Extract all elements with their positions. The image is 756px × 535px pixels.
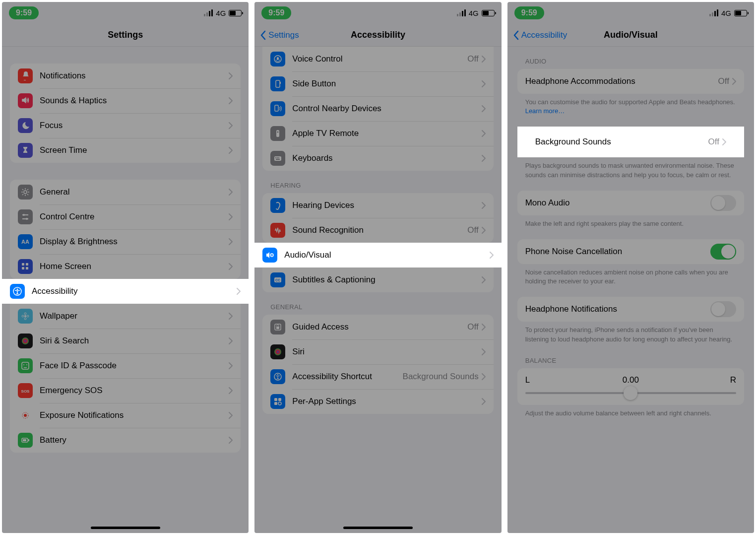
general-row[interactable]: General [10, 180, 241, 204]
wallpaper-row[interactable]: Wallpaper [10, 304, 241, 329]
row-value: Off [708, 137, 719, 147]
svg-rect-6 [22, 263, 24, 266]
balance-slider[interactable] [525, 392, 736, 394]
status-bar: 9:59 4G [507, 2, 754, 24]
chevron-right-icon [482, 348, 486, 355]
chevron-right-icon [722, 138, 726, 145]
svg-rect-32 [276, 130, 279, 137]
bg-sounds-footer: Plays background sounds to mask unwanted… [507, 157, 754, 181]
cc-icon: CC [270, 272, 285, 287]
exposure-icon [18, 408, 33, 423]
svg-point-40 [271, 255, 272, 256]
back-button[interactable]: Settings [259, 30, 299, 40]
chevron-right-icon [229, 362, 233, 369]
hearing-devices-row[interactable]: Hearing Devices [262, 193, 493, 218]
svg-point-45 [274, 348, 281, 355]
battery-icon [18, 433, 33, 448]
home-indicator[interactable] [91, 527, 160, 529]
audiovis-icon [262, 248, 277, 263]
battery-row[interactable]: Battery [10, 428, 241, 453]
headphone-notif-toggle[interactable] [710, 301, 736, 317]
accessibility-shortcut-row[interactable]: Accessibility ShortcutBackground Sounds [262, 364, 493, 389]
exposure-notifications-row[interactable]: Exposure Notifications [10, 403, 241, 428]
network-label: 4G [216, 9, 226, 17]
balance-value: 0.00 [623, 375, 639, 385]
svg-rect-34 [274, 156, 281, 161]
row-label: Emergency SOS [40, 386, 229, 396]
battery-icon [734, 10, 747, 16]
accessibility-row[interactable]: Accessibility [2, 279, 249, 304]
control-centre-row[interactable]: Control Centre [10, 204, 241, 229]
headphone-accommodations-row[interactable]: Headphone Accommodations Off [517, 69, 744, 94]
mono-footer: Make the left and right speakers play th… [507, 215, 754, 230]
home-screen-row[interactable]: Home Screen [10, 254, 241, 279]
per-app-settings-row[interactable]: Per-App Settings [262, 389, 493, 414]
chevron-right-icon [229, 147, 233, 154]
voice-control-row[interactable]: Voice ControlOff [262, 47, 493, 71]
page-title: Accessibility [351, 30, 405, 40]
speaker-icon [18, 93, 33, 108]
sound-recognition-row[interactable]: Sound RecognitionOff [262, 218, 493, 243]
svg-rect-36 [277, 157, 278, 158]
emergency-sos-row[interactable]: SOSEmergency SOS [10, 378, 241, 403]
keyboards-row[interactable]: Keyboards [262, 146, 493, 171]
svg-point-16 [27, 315, 29, 317]
control-nearby-devices-row[interactable]: Control Nearby Devices [262, 96, 493, 121]
background-sounds-row[interactable]: Background Sounds Off [517, 127, 744, 157]
hp-notif-footer: To protect your hearing, iPhone sends a … [507, 322, 754, 345]
display-brightness-row[interactable]: AADisplay & Brightness [10, 229, 241, 254]
guided-access-row[interactable]: Guided AccessOff [262, 315, 493, 339]
wave-icon [270, 223, 285, 238]
mono-audio-toggle[interactable] [710, 195, 736, 211]
siri-row[interactable]: Siri [262, 339, 493, 364]
chevron-right-icon [482, 324, 486, 331]
notifications-row[interactable]: Notifications [10, 64, 241, 88]
apple-tv-remote-row[interactable]: Apple TV Remote [262, 121, 493, 146]
chevron-right-icon [732, 78, 736, 85]
background-sounds-card: Background Sounds Off [517, 127, 744, 157]
slider-thumb[interactable] [624, 386, 637, 400]
row-label: Sounds & Haptics [40, 96, 229, 106]
screen-time-row[interactable]: Screen Time [10, 138, 241, 163]
chevron-right-icon [482, 276, 486, 283]
svg-rect-9 [26, 267, 28, 269]
learn-more-link[interactable]: Learn more… [525, 107, 565, 115]
row-label: Battery [40, 435, 229, 445]
grid-icon [18, 259, 33, 274]
row-label: Subtitles & Captioning [292, 275, 481, 285]
chevron-right-icon [229, 263, 233, 270]
home-indicator[interactable] [343, 527, 413, 529]
headphone-footer: You can customise the audio for supporte… [507, 94, 754, 118]
row-label: Wallpaper [40, 311, 229, 321]
svg-rect-8 [22, 267, 24, 269]
focus-row[interactable]: Focus [10, 113, 241, 138]
row-value: Off [467, 322, 478, 332]
mono-audio-row[interactable]: Mono Audio [517, 191, 744, 215]
side-button-row[interactable]: Side Button [262, 71, 493, 96]
noise-cancel-row[interactable]: Phone Noise Cancellation [517, 239, 744, 264]
row-label: Notifications [40, 71, 229, 81]
row-label: Home Screen [40, 262, 229, 271]
face-id-passcode-row[interactable]: Face ID & Passcode [10, 353, 241, 378]
sounds-haptics-row[interactable]: Sounds & Haptics [10, 88, 241, 113]
svg-point-4 [26, 218, 28, 220]
siri-search-row[interactable]: Siri & Search [10, 329, 241, 353]
svg-rect-37 [278, 157, 279, 158]
battery-icon [229, 10, 242, 16]
back-button[interactable]: Accessibility [512, 30, 567, 40]
bell-icon [18, 68, 33, 83]
aa-icon: AA [18, 234, 33, 249]
flower-icon [18, 309, 33, 324]
status-bar: 9:59 4G [2, 2, 249, 24]
svg-point-22 [24, 414, 27, 417]
chevron-right-icon [229, 122, 233, 129]
svg-point-13 [24, 313, 26, 315]
svg-rect-18 [22, 362, 29, 369]
back-label: Accessibility [521, 30, 567, 40]
subtitles-captioning-row[interactable]: CCSubtitles & Captioning [262, 268, 493, 292]
audio-visual-row[interactable]: Audio/Visual [254, 243, 501, 268]
battery-icon [482, 10, 495, 16]
noise-cancel-toggle[interactable] [710, 244, 736, 260]
headphone-notif-row[interactable]: Headphone Notifications [517, 297, 744, 322]
sos-icon: SOS [18, 383, 33, 398]
